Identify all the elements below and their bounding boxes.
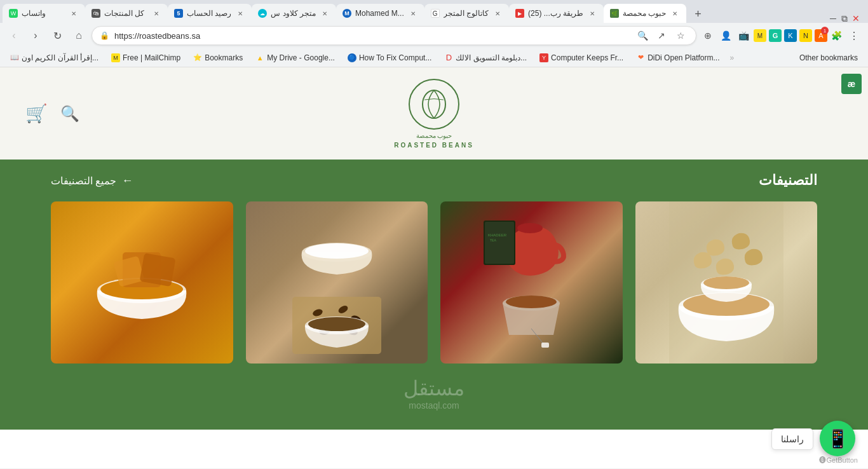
- tab-cloud-store[interactable]: ☁ متجر كلاود س ✕: [252, 4, 336, 23]
- norton-ext-icon[interactable]: N: [799, 29, 812, 42]
- bookmark-computer[interactable]: Y Computer Keeps Fr...: [534, 51, 628, 64]
- svg-point-0: [423, 90, 445, 118]
- bookmark-bookmarks[interactable]: ⭐ Bookmarks: [188, 51, 248, 64]
- site-logo[interactable]: حبوب محمصة ROASTED BEANS: [394, 79, 474, 149]
- bookmark-star-icon[interactable]: ☆: [673, 28, 688, 43]
- tab-close-cloud[interactable]: ✕: [320, 8, 330, 18]
- tab-close-mohamed[interactable]: ✕: [408, 8, 418, 18]
- tab-label-cloud: متجر كلاود س: [271, 9, 316, 18]
- diploma-bookmark-icon: D: [444, 53, 453, 62]
- mostaql-sub-watermark: mostaql.com: [51, 400, 817, 411]
- search-icon[interactable]: 🔍: [60, 105, 79, 123]
- bookmark-howtofix-label: How To Fix Comput...: [359, 53, 431, 62]
- reload-button[interactable]: ↻: [48, 27, 66, 44]
- cart-icon[interactable]: 🛒: [25, 103, 48, 124]
- contact-label[interactable]: راسلنا: [771, 428, 813, 450]
- tab-label-roasted: حبوب محمصة: [623, 9, 666, 18]
- navigation-bar: ‹ › ↻ ⌂ 🔒 https://roastedbeans.sa 🔍 ↗ ☆ …: [0, 23, 868, 48]
- bookmark-didi[interactable]: ❤ DiDi Open Platform...: [631, 51, 724, 64]
- bookmark-gdrive-label: My Drive - Google...: [267, 53, 335, 62]
- category-card-1[interactable]: [51, 201, 233, 364]
- back-to-all-link[interactable]: ← جميع التصنيفات: [51, 174, 133, 187]
- getbutton-text: 🅖GetButton: [819, 456, 858, 464]
- tab-label-catalog: كاتالوج المتجر: [444, 9, 489, 18]
- bookmark-quran[interactable]: 📖 إقرأ القرآن الكريم اون...: [5, 51, 104, 64]
- spices-svg: [85, 201, 199, 364]
- restore-button[interactable]: ⧉: [840, 14, 849, 23]
- tab-close-catalog[interactable]: ✕: [492, 8, 503, 18]
- forward-button[interactable]: ›: [27, 27, 44, 44]
- gdrive-bookmark-icon: ▲: [255, 53, 264, 62]
- mailchimp-ext-icon[interactable]: M: [754, 29, 766, 42]
- tab-catalog[interactable]: G كاتالوج المتجر ✕: [424, 4, 509, 23]
- tab-youtube[interactable]: ▶ طريقة رب... (25) ✕: [509, 4, 604, 23]
- other-bookmarks[interactable]: Other bookmarks: [794, 51, 863, 64]
- tab-all-products[interactable]: 🛍 كل المنتجات ✕: [85, 4, 168, 23]
- tab-close-whatsapp[interactable]: ✕: [69, 8, 79, 18]
- site-header: 🛒 🔍 حبوب محمصة ROASTED BEANS æ: [0, 67, 868, 160]
- header-actions: 🛒 🔍: [25, 103, 79, 124]
- svg-point-20: [506, 296, 557, 308]
- tab-favicon-youtube: ▶: [515, 9, 524, 18]
- address-bar-icons: 🔍 ↗ ☆: [635, 28, 688, 43]
- bookmark-bookmarks-label: Bookmarks: [205, 53, 243, 62]
- bookmark-mailchimp[interactable]: M Free | MailChimp: [106, 51, 186, 64]
- bookmark-mailchimp-label: Free | MailChimp: [123, 53, 180, 62]
- category-image-4: [635, 201, 818, 364]
- whatsapp-button[interactable]: 📱: [820, 421, 855, 456]
- new-tab-button[interactable]: +: [689, 5, 707, 23]
- didi-bookmark-icon: ❤: [636, 53, 645, 62]
- products-grid: KHADEER TEA: [51, 201, 817, 364]
- category-card-3[interactable]: KHADEER TEA: [440, 201, 623, 364]
- bookmark-diploma-label: دبلومة التسويق الالك...: [456, 53, 527, 62]
- address-bar[interactable]: 🔒 https://roastedbeans.sa 🔍 ↗ ☆: [92, 26, 696, 45]
- tab-label-whatsapp: واتساب: [22, 9, 65, 18]
- close-window-button[interactable]: ✕: [851, 14, 860, 23]
- extensions-icon[interactable]: ⊕: [700, 28, 715, 43]
- bookmark-howtofix[interactable]: 🔵 How To Fix Comput...: [342, 51, 437, 64]
- howtofix-bookmark-icon: 🔵: [348, 53, 356, 62]
- profile-sync-icon[interactable]: 👤: [718, 28, 733, 43]
- back-button[interactable]: ‹: [5, 27, 23, 44]
- site-ext-button[interactable]: æ: [841, 74, 862, 94]
- tab-whatsapp[interactable]: W واتساب ✕: [3, 4, 85, 23]
- tab-roasted-beans[interactable]: 🌿 حبوب محمصة ✕: [604, 4, 686, 23]
- computer-bookmark-icon: Y: [539, 53, 548, 62]
- categories-section: التصنيفات ← جميع التصنيفات: [0, 160, 868, 430]
- kaspersky-ext-icon[interactable]: K: [784, 29, 797, 42]
- back-arrow-icon: ←: [121, 174, 133, 187]
- svg-rect-24: [485, 222, 514, 264]
- svg-point-31: [703, 276, 749, 289]
- bookmark-computer-label: Computer Keeps Fr...: [551, 53, 623, 62]
- ssl-lock-icon: 🔒: [100, 31, 109, 40]
- svg-rect-22: [541, 343, 549, 348]
- bookmark-gdrive[interactable]: ▲ My Drive - Google...: [250, 51, 340, 64]
- grammarly-ext-icon[interactable]: G: [769, 29, 782, 42]
- tab-bar: W واتساب ✕ 🛍 كل المنتجات ✕ 5 رصيد الحساب…: [0, 0, 868, 23]
- minimize-button[interactable]: ─: [829, 14, 837, 23]
- browser-chrome: W واتساب ✕ 🛍 كل المنتجات ✕ 5 رصيد الحساب…: [0, 0, 868, 67]
- share-icon[interactable]: ↗: [654, 28, 669, 43]
- cast-icon[interactable]: 📺: [736, 28, 751, 43]
- tea-svg: KHADEER TEA: [474, 201, 588, 364]
- whatsapp-icon: 📱: [827, 428, 849, 449]
- browser-menu-button[interactable]: ⋮: [845, 27, 863, 44]
- tab-balance[interactable]: 5 رصيد الحساب ✕: [168, 4, 252, 23]
- tab-mohamed[interactable]: M Mohamed M... ✕: [336, 4, 424, 23]
- tab-close-balance[interactable]: ✕: [235, 8, 245, 18]
- quran-bookmark-icon: 📖: [10, 53, 19, 62]
- avast-ext-icon[interactable]: A 1: [815, 29, 827, 42]
- puzzle-ext-icon[interactable]: 🧩: [830, 29, 843, 42]
- tab-close-products[interactable]: ✕: [151, 8, 161, 18]
- bookmarks-separator: »: [728, 53, 737, 62]
- tab-close-youtube[interactable]: ✕: [587, 8, 597, 18]
- back-label: جميع التصنيفات: [51, 175, 116, 187]
- category-card-4[interactable]: [635, 201, 818, 364]
- category-card-2[interactable]: [246, 201, 428, 364]
- tab-close-roasted[interactable]: ✕: [670, 8, 680, 18]
- bookmark-diploma[interactable]: D دبلومة التسويق الالك...: [439, 51, 532, 64]
- home-button[interactable]: ⌂: [70, 27, 88, 44]
- nav-actions: ⊕ 👤 📺 M G K N A 1 🧩 ⋮: [700, 27, 863, 44]
- search-address-icon[interactable]: 🔍: [635, 28, 650, 43]
- getbutton-label: 🅖GetButton: [819, 456, 858, 464]
